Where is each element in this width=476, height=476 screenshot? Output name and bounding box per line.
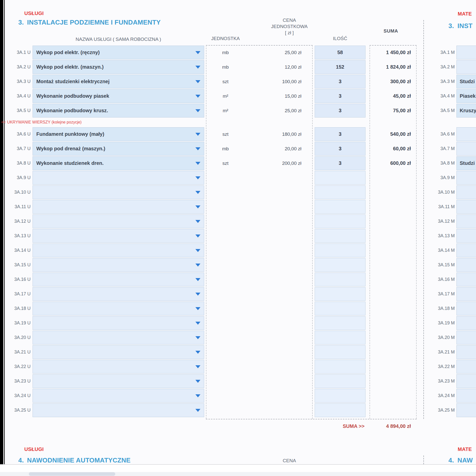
dropdown-arrow-icon[interactable]: [195, 322, 200, 325]
quantity-cell[interactable]: [315, 403, 366, 417]
quantity-cell[interactable]: 152: [315, 60, 366, 74]
service-name-dropdown[interactable]: [33, 331, 204, 344]
quantity-cell[interactable]: [315, 244, 366, 257]
service-name-dropdown[interactable]: [33, 287, 204, 301]
service-name-dropdown[interactable]: [33, 360, 204, 374]
dropdown-arrow-icon[interactable]: [195, 66, 200, 69]
material-name-dropdown[interactable]: [456, 142, 476, 156]
material-name-dropdown[interactable]: [456, 200, 476, 214]
quantity-cell[interactable]: [315, 345, 366, 359]
dropdown-arrow-icon[interactable]: [195, 147, 200, 150]
quantity-cell[interactable]: [315, 258, 366, 272]
dropdown-arrow-icon[interactable]: [195, 293, 200, 296]
material-name-dropdown[interactable]: Studzi: [456, 156, 476, 170]
service-name-dropdown[interactable]: Wykonanie studzienek dren.: [33, 156, 204, 170]
quantity-cell[interactable]: [315, 214, 366, 228]
dropdown-arrow-icon[interactable]: [195, 191, 200, 194]
quantity-cell[interactable]: 3: [315, 142, 366, 156]
material-name-dropdown[interactable]: [456, 214, 476, 228]
service-name-dropdown[interactable]: [33, 374, 204, 388]
material-name-dropdown[interactable]: [456, 244, 476, 257]
quantity-cell[interactable]: [315, 302, 366, 315]
material-name-dropdown[interactable]: [456, 60, 476, 74]
quantity-cell[interactable]: 3: [315, 156, 366, 170]
dropdown-arrow-icon[interactable]: [195, 264, 200, 267]
material-name-dropdown[interactable]: [456, 316, 476, 330]
quantity-cell[interactable]: [315, 389, 366, 403]
material-name-dropdown[interactable]: [456, 360, 476, 374]
service-name-dropdown[interactable]: [33, 403, 204, 417]
material-name-dropdown[interactable]: [456, 127, 476, 141]
dropdown-arrow-icon[interactable]: [195, 351, 200, 354]
dropdown-arrow-icon[interactable]: [195, 220, 200, 223]
dropdown-arrow-icon[interactable]: [195, 80, 200, 83]
service-name-dropdown[interactable]: Wykop pod elektr. (ręczny): [33, 46, 204, 59]
service-name-dropdown[interactable]: [33, 214, 204, 228]
dropdown-arrow-icon[interactable]: [195, 380, 200, 383]
dropdown-arrow-icon[interactable]: [195, 249, 200, 252]
quantity-cell[interactable]: [315, 316, 366, 330]
quantity-cell[interactable]: [315, 229, 366, 243]
service-name-dropdown[interactable]: [33, 345, 204, 359]
quantity-cell[interactable]: 58: [315, 46, 366, 59]
quantity-cell[interactable]: 3: [315, 89, 366, 103]
material-name-dropdown[interactable]: [456, 273, 476, 286]
quantity-cell[interactable]: [315, 374, 366, 388]
dropdown-arrow-icon[interactable]: [195, 394, 200, 397]
quantity-cell[interactable]: 3: [315, 104, 366, 117]
material-name-dropdown[interactable]: [456, 331, 476, 344]
service-name-dropdown[interactable]: Montaż studzienki elektrycznej: [33, 75, 204, 88]
dropdown-arrow-icon[interactable]: [195, 365, 200, 368]
quantity-cell[interactable]: [315, 360, 366, 374]
material-name-dropdown[interactable]: Kruszy: [456, 104, 476, 117]
quantity-cell[interactable]: 3: [315, 127, 366, 141]
quantity-cell[interactable]: [315, 273, 366, 286]
horizontal-scrollbar-thumb[interactable]: [29, 472, 115, 476]
dropdown-arrow-icon[interactable]: [195, 336, 200, 339]
service-name-dropdown[interactable]: [33, 185, 204, 199]
service-name-dropdown[interactable]: [33, 273, 204, 286]
dropdown-arrow-icon[interactable]: [195, 162, 200, 165]
service-name-dropdown[interactable]: Wykonanie podbudowy piasek: [33, 89, 204, 103]
dropdown-arrow-icon[interactable]: [195, 205, 200, 208]
service-name-dropdown[interactable]: [33, 389, 204, 403]
material-name-dropdown[interactable]: [456, 46, 476, 59]
dropdown-arrow-icon[interactable]: [195, 307, 200, 310]
material-name-dropdown[interactable]: Piasek: [456, 89, 476, 103]
material-name-dropdown[interactable]: [456, 403, 476, 417]
material-name-dropdown[interactable]: [456, 302, 476, 315]
material-name-dropdown[interactable]: Studzi: [456, 75, 476, 88]
quantity-cell[interactable]: [315, 185, 366, 199]
quantity-cell[interactable]: [315, 171, 366, 185]
service-name-dropdown[interactable]: [33, 244, 204, 257]
service-name-dropdown[interactable]: [33, 200, 204, 214]
service-name-dropdown[interactable]: [33, 229, 204, 243]
quantity-cell[interactable]: 3: [315, 75, 366, 88]
service-name-dropdown[interactable]: Fundament punktowy (mały): [33, 127, 204, 141]
service-name-dropdown[interactable]: Wykop pod elektr. (maszyn.): [33, 60, 204, 74]
dropdown-arrow-icon[interactable]: [195, 176, 200, 179]
material-name-dropdown[interactable]: [456, 229, 476, 243]
material-name-dropdown[interactable]: [456, 258, 476, 272]
material-name-dropdown[interactable]: [456, 171, 476, 185]
service-name-dropdown[interactable]: [33, 302, 204, 315]
quantity-cell[interactable]: [315, 287, 366, 301]
service-name-dropdown[interactable]: [33, 316, 204, 330]
material-name-dropdown[interactable]: [456, 389, 476, 403]
service-name-dropdown[interactable]: [33, 171, 204, 185]
material-name-dropdown[interactable]: [456, 374, 476, 388]
quantity-cell[interactable]: [315, 331, 366, 344]
dropdown-arrow-icon[interactable]: [195, 234, 200, 237]
service-name-dropdown[interactable]: Wykonanie podbudowy krusz.: [33, 104, 204, 117]
dropdown-arrow-icon[interactable]: [195, 409, 200, 412]
dropdown-arrow-icon[interactable]: [195, 51, 200, 54]
material-name-dropdown[interactable]: [456, 345, 476, 359]
dropdown-arrow-icon[interactable]: [195, 278, 200, 281]
dropdown-arrow-icon[interactable]: [195, 95, 200, 98]
material-name-dropdown[interactable]: [456, 287, 476, 301]
quantity-cell[interactable]: [315, 200, 366, 214]
dropdown-arrow-icon[interactable]: [195, 109, 200, 112]
material-name-dropdown[interactable]: [456, 185, 476, 199]
service-name-dropdown[interactable]: [33, 258, 204, 272]
dropdown-arrow-icon[interactable]: [195, 133, 200, 136]
